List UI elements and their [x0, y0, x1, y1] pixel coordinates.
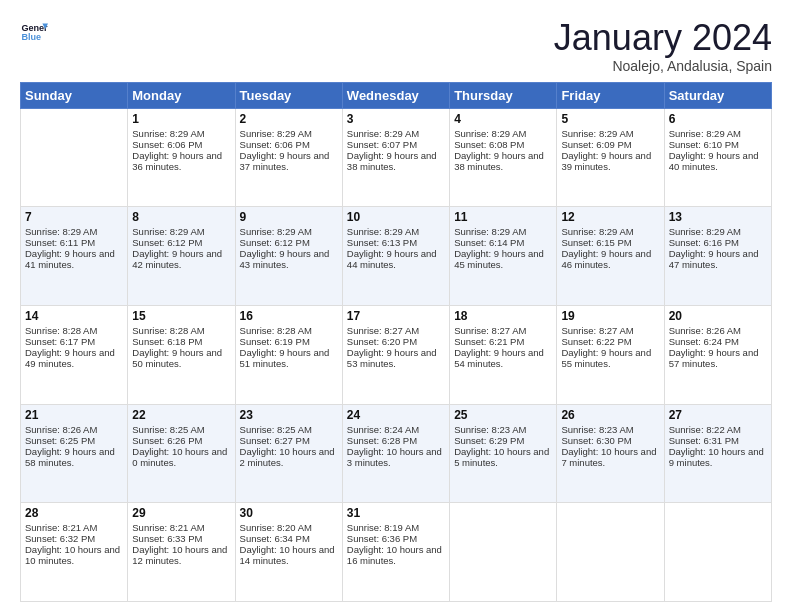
table-row: 21Sunrise: 8:26 AMSunset: 6:25 PMDayligh… — [21, 404, 128, 503]
day-number: 30 — [240, 506, 338, 520]
sunset-text: Sunset: 6:22 PM — [561, 336, 659, 347]
sunrise-text: Sunrise: 8:29 AM — [454, 128, 552, 139]
table-row: 20Sunrise: 8:26 AMSunset: 6:24 PMDayligh… — [664, 305, 771, 404]
daylight-text: Daylight: 10 hours and 12 minutes. — [132, 544, 230, 566]
day-number: 21 — [25, 408, 123, 422]
sunset-text: Sunset: 6:16 PM — [669, 237, 767, 248]
day-number: 2 — [240, 112, 338, 126]
day-number: 31 — [347, 506, 445, 520]
sunrise-text: Sunrise: 8:29 AM — [240, 226, 338, 237]
sunset-text: Sunset: 6:33 PM — [132, 533, 230, 544]
daylight-text: Daylight: 10 hours and 16 minutes. — [347, 544, 445, 566]
day-number: 14 — [25, 309, 123, 323]
calendar-week-row: 28Sunrise: 8:21 AMSunset: 6:32 PMDayligh… — [21, 503, 772, 602]
sunset-text: Sunset: 6:24 PM — [669, 336, 767, 347]
day-number: 1 — [132, 112, 230, 126]
sunset-text: Sunset: 6:09 PM — [561, 139, 659, 150]
sunset-text: Sunset: 6:31 PM — [669, 435, 767, 446]
day-number: 19 — [561, 309, 659, 323]
daylight-text: Daylight: 9 hours and 38 minutes. — [454, 150, 552, 172]
sunrise-text: Sunrise: 8:25 AM — [132, 424, 230, 435]
sunrise-text: Sunrise: 8:27 AM — [454, 325, 552, 336]
header: General Blue January 2024 Noalejo, Andal… — [20, 18, 772, 74]
sunrise-text: Sunrise: 8:29 AM — [454, 226, 552, 237]
table-row: 26Sunrise: 8:23 AMSunset: 6:30 PMDayligh… — [557, 404, 664, 503]
table-row: 3Sunrise: 8:29 AMSunset: 6:07 PMDaylight… — [342, 108, 449, 207]
daylight-text: Daylight: 9 hours and 39 minutes. — [561, 150, 659, 172]
day-number: 20 — [669, 309, 767, 323]
daylight-text: Daylight: 9 hours and 50 minutes. — [132, 347, 230, 369]
daylight-text: Daylight: 9 hours and 45 minutes. — [454, 248, 552, 270]
daylight-text: Daylight: 9 hours and 37 minutes. — [240, 150, 338, 172]
sunset-text: Sunset: 6:34 PM — [240, 533, 338, 544]
table-row: 17Sunrise: 8:27 AMSunset: 6:20 PMDayligh… — [342, 305, 449, 404]
daylight-text: Daylight: 10 hours and 5 minutes. — [454, 446, 552, 468]
sunset-text: Sunset: 6:06 PM — [240, 139, 338, 150]
table-row: 1Sunrise: 8:29 AMSunset: 6:06 PMDaylight… — [128, 108, 235, 207]
table-row — [664, 503, 771, 602]
table-row: 29Sunrise: 8:21 AMSunset: 6:33 PMDayligh… — [128, 503, 235, 602]
day-number: 24 — [347, 408, 445, 422]
day-number: 11 — [454, 210, 552, 224]
daylight-text: Daylight: 9 hours and 43 minutes. — [240, 248, 338, 270]
svg-text:Blue: Blue — [21, 32, 41, 42]
sunset-text: Sunset: 6:28 PM — [347, 435, 445, 446]
table-row: 31Sunrise: 8:19 AMSunset: 6:36 PMDayligh… — [342, 503, 449, 602]
table-row: 5Sunrise: 8:29 AMSunset: 6:09 PMDaylight… — [557, 108, 664, 207]
sunrise-text: Sunrise: 8:27 AM — [561, 325, 659, 336]
sunset-text: Sunset: 6:25 PM — [25, 435, 123, 446]
day-number: 5 — [561, 112, 659, 126]
sunrise-text: Sunrise: 8:19 AM — [347, 522, 445, 533]
calendar-table: Sunday Monday Tuesday Wednesday Thursday… — [20, 82, 772, 602]
calendar-week-row: 21Sunrise: 8:26 AMSunset: 6:25 PMDayligh… — [21, 404, 772, 503]
table-row: 6Sunrise: 8:29 AMSunset: 6:10 PMDaylight… — [664, 108, 771, 207]
day-number: 28 — [25, 506, 123, 520]
col-monday: Monday — [128, 82, 235, 108]
table-row: 16Sunrise: 8:28 AMSunset: 6:19 PMDayligh… — [235, 305, 342, 404]
daylight-text: Daylight: 9 hours and 46 minutes. — [561, 248, 659, 270]
daylight-text: Daylight: 9 hours and 38 minutes. — [347, 150, 445, 172]
table-row — [21, 108, 128, 207]
table-row: 10Sunrise: 8:29 AMSunset: 6:13 PMDayligh… — [342, 207, 449, 306]
col-saturday: Saturday — [664, 82, 771, 108]
daylight-text: Daylight: 10 hours and 14 minutes. — [240, 544, 338, 566]
day-number: 15 — [132, 309, 230, 323]
calendar-week-row: 14Sunrise: 8:28 AMSunset: 6:17 PMDayligh… — [21, 305, 772, 404]
col-sunday: Sunday — [21, 82, 128, 108]
day-number: 23 — [240, 408, 338, 422]
daylight-text: Daylight: 9 hours and 57 minutes. — [669, 347, 767, 369]
sunset-text: Sunset: 6:12 PM — [240, 237, 338, 248]
sunrise-text: Sunrise: 8:22 AM — [669, 424, 767, 435]
sunrise-text: Sunrise: 8:21 AM — [132, 522, 230, 533]
sunset-text: Sunset: 6:27 PM — [240, 435, 338, 446]
sunset-text: Sunset: 6:26 PM — [132, 435, 230, 446]
daylight-text: Daylight: 9 hours and 47 minutes. — [669, 248, 767, 270]
day-number: 18 — [454, 309, 552, 323]
daylight-text: Daylight: 10 hours and 7 minutes. — [561, 446, 659, 468]
daylight-text: Daylight: 10 hours and 2 minutes. — [240, 446, 338, 468]
col-friday: Friday — [557, 82, 664, 108]
table-row: 15Sunrise: 8:28 AMSunset: 6:18 PMDayligh… — [128, 305, 235, 404]
sunrise-text: Sunrise: 8:29 AM — [669, 226, 767, 237]
sunrise-text: Sunrise: 8:28 AM — [132, 325, 230, 336]
sunrise-text: Sunrise: 8:26 AM — [669, 325, 767, 336]
sunrise-text: Sunrise: 8:21 AM — [25, 522, 123, 533]
col-tuesday: Tuesday — [235, 82, 342, 108]
sunrise-text: Sunrise: 8:29 AM — [561, 226, 659, 237]
day-number: 7 — [25, 210, 123, 224]
table-row: 25Sunrise: 8:23 AMSunset: 6:29 PMDayligh… — [450, 404, 557, 503]
sunset-text: Sunset: 6:14 PM — [454, 237, 552, 248]
day-number: 9 — [240, 210, 338, 224]
sunset-text: Sunset: 6:10 PM — [669, 139, 767, 150]
daylight-text: Daylight: 9 hours and 54 minutes. — [454, 347, 552, 369]
sunrise-text: Sunrise: 8:29 AM — [347, 226, 445, 237]
table-row: 22Sunrise: 8:25 AMSunset: 6:26 PMDayligh… — [128, 404, 235, 503]
logo-icon: General Blue — [20, 18, 48, 46]
sunrise-text: Sunrise: 8:29 AM — [669, 128, 767, 139]
sunset-text: Sunset: 6:18 PM — [132, 336, 230, 347]
table-row: 14Sunrise: 8:28 AMSunset: 6:17 PMDayligh… — [21, 305, 128, 404]
day-number: 4 — [454, 112, 552, 126]
sunrise-text: Sunrise: 8:28 AM — [240, 325, 338, 336]
page: General Blue January 2024 Noalejo, Andal… — [0, 0, 792, 612]
table-row — [450, 503, 557, 602]
